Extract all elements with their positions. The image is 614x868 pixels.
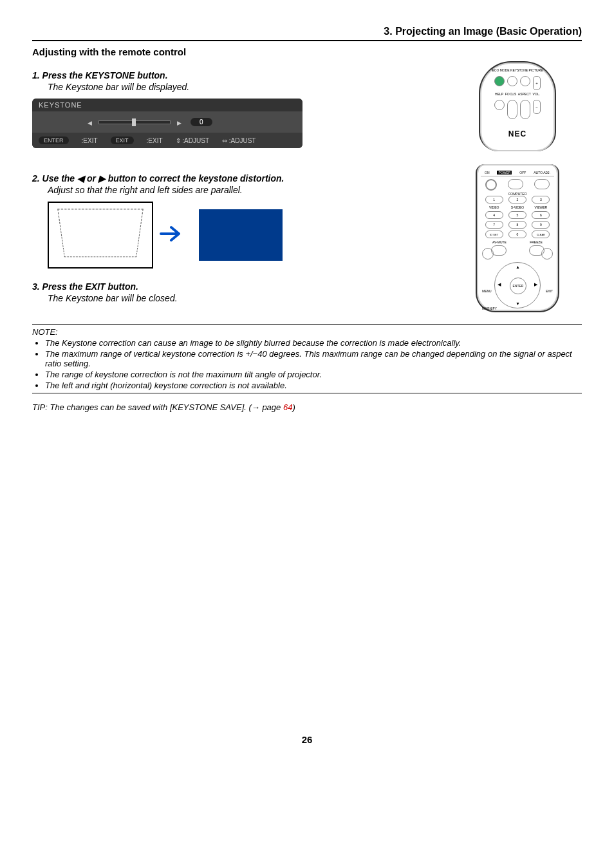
osd-keystone: KEYSTONE 0 ENTER:EXIT EXIT:EXIT ⇕ :ADJUS… — [32, 99, 302, 148]
btn-6: 6 — [532, 211, 550, 219]
enter-button: ENTER — [510, 278, 526, 294]
nav-circle: ENTER ▲ ▼ ◀ ▶ — [494, 262, 541, 308]
subhead: Adjusting with the remote control — [32, 46, 582, 57]
btn-4: 4 — [485, 211, 503, 219]
btn-2: 2 — [508, 196, 526, 203]
note-label: NOTE: — [32, 327, 582, 337]
enter-text: :EXIT — [82, 137, 98, 144]
enter-pill: ENTER — [39, 137, 69, 144]
power-label: POWER — [497, 171, 512, 175]
step3-desc: The Keystone bar will be closed. — [48, 293, 440, 303]
exit-pill: EXIT — [111, 137, 134, 144]
page-link[interactable]: 64 — [283, 402, 292, 412]
step3-title: 3. Press the EXIT button. — [32, 281, 440, 292]
note-item: The maximum range of vertical keystone c… — [45, 349, 582, 368]
note-list: The Keystone correction can cause an ima… — [32, 338, 582, 390]
keystone-diagram — [48, 202, 440, 269]
auto-adj-label: AUTO ADJ. — [534, 171, 550, 175]
avmute-label: AV-MUTE — [492, 241, 507, 244]
arrow-icon — [158, 221, 184, 249]
power-on-button — [485, 179, 497, 191]
note-item: The range of keystone correction is not … — [45, 370, 582, 379]
section-header: 3. Projecting an Image (Basic Operation) — [32, 26, 582, 41]
exit-button — [541, 248, 553, 259]
vol-up-button: + — [533, 76, 541, 90]
auto-adj-button — [534, 179, 550, 189]
remote-top-diagram: ECO MODE KEYSTONE PICTURE + HELP FOCUS A… — [479, 61, 556, 151]
btn-0: 0 — [508, 231, 526, 238]
osd-slider — [88, 118, 181, 126]
off-label: OFF — [519, 171, 526, 175]
exit-label: EXIT — [546, 289, 553, 293]
menu-button — [482, 248, 494, 259]
help-button — [494, 100, 505, 110]
step1-title: 1. Press the KEYSTONE button. — [32, 70, 440, 80]
video-label: VIDEO — [489, 206, 499, 209]
osd-value: 0 — [191, 118, 212, 126]
eco-mode-button — [494, 76, 505, 86]
step1-desc: The Keystone bar will be displayed. — [48, 82, 440, 92]
picture-button — [520, 76, 530, 86]
btn-1: 1 — [485, 196, 503, 203]
step2-title: 2. Use the ◀ or ▶ button to correct the … — [32, 173, 440, 184]
btn-idset: ID SET — [485, 231, 503, 238]
btn-9: 9 — [532, 221, 550, 229]
keystone-button — [507, 76, 517, 86]
note-item: The left and right (horizontal) keystone… — [45, 381, 582, 390]
btn-8: 8 — [508, 221, 526, 229]
power-off-button — [508, 179, 523, 189]
vol-down-button: − — [533, 100, 541, 114]
btn-3: 3 — [532, 196, 550, 203]
on-label: ON — [485, 171, 490, 175]
adjust-lr: ⇔ :ADJUST — [222, 137, 256, 144]
focus-rocker — [507, 100, 517, 119]
tip-text: TIP: The changes can be saved with [KEYS… — [32, 402, 582, 412]
exit-text: :EXIT — [147, 137, 163, 144]
freeze-label: FREEZE — [530, 241, 543, 244]
osd-title: KEYSTONE — [32, 99, 302, 111]
aspect-rocker — [520, 100, 530, 119]
page-number: 26 — [32, 734, 582, 745]
step2-desc: Adjust so that the right and left sides … — [48, 185, 440, 195]
viewer-label: VIEWER — [534, 206, 547, 209]
nec-logo: NEC — [508, 129, 526, 138]
btn-clear: CLEAR — [532, 231, 550, 238]
btn-5: 5 — [508, 211, 526, 219]
adjust-ud: ⇕ :ADJUST — [176, 137, 209, 144]
btn-7: 7 — [485, 221, 503, 229]
note-item: The Keystone correction can cause an ima… — [45, 338, 582, 348]
svideo-label: S-VIDEO — [511, 206, 525, 209]
remote-full-diagram: ON POWER OFF AUTO ADJ. COMPUTER 1 2 3 VI… — [476, 164, 559, 312]
menu-label: MENU — [482, 289, 492, 293]
